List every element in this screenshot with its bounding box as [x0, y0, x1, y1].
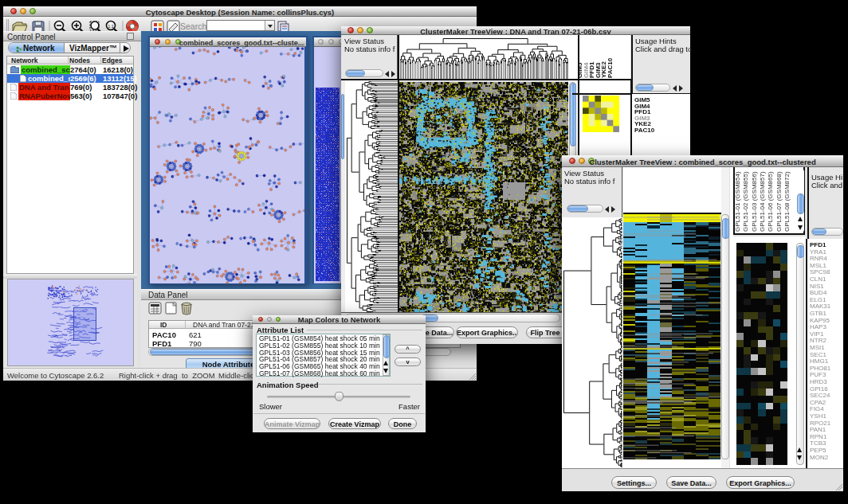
svg-text:1:1: 1:1	[108, 24, 114, 29]
